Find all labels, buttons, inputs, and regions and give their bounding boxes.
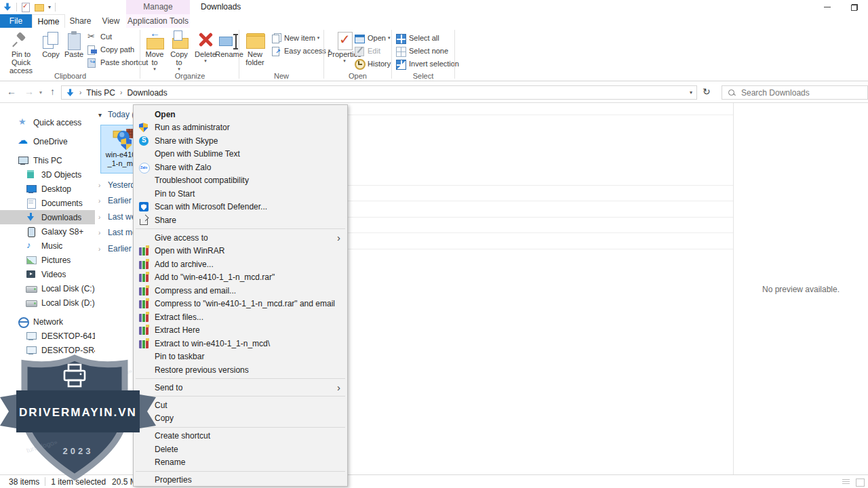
new-folder-button[interactable]: New folder bbox=[241, 30, 269, 66]
select-all-button[interactable]: Select all bbox=[395, 32, 439, 44]
context-menu-item[interactable]: Copy bbox=[134, 412, 347, 426]
new-item-button[interactable]: New item▾ bbox=[271, 32, 319, 44]
history-button[interactable]: History bbox=[354, 58, 391, 70]
context-menu-item[interactable]: Share bbox=[134, 214, 347, 227]
easy-access-button[interactable]: Easy access▾ bbox=[271, 45, 330, 57]
drive-icon bbox=[26, 298, 37, 308]
sidebar-item[interactable]: Videos bbox=[0, 267, 95, 281]
new-folder-qat-icon[interactable] bbox=[35, 2, 44, 12]
chevron-right-icon: › bbox=[98, 182, 108, 189]
copy-button[interactable]: Copy bbox=[39, 30, 62, 58]
context-menu-item[interactable]: Open with Sublime Text bbox=[134, 148, 347, 161]
cut-button[interactable]: Cut bbox=[87, 30, 112, 43]
delete-button[interactable]: Delete▾ bbox=[194, 30, 217, 63]
minimize-button[interactable] bbox=[814, 0, 841, 14]
winrar-icon bbox=[138, 298, 149, 309]
thumbnails-view-icon[interactable] bbox=[854, 477, 865, 487]
winrar-icon bbox=[138, 272, 149, 283]
context-menu-item[interactable]: Share with Zalo bbox=[134, 161, 347, 174]
qat-separator bbox=[16, 3, 17, 12]
context-menu-item[interactable]: Cut bbox=[134, 399, 347, 412]
tab-share[interactable]: Share bbox=[65, 14, 96, 28]
sidebar-item[interactable]: Desktop bbox=[0, 182, 95, 196]
edit-button[interactable]: Edit bbox=[354, 45, 380, 57]
paste-button[interactable]: Paste bbox=[62, 30, 85, 58]
refresh-button[interactable]: ↻ bbox=[703, 86, 711, 97]
context-menu-item[interactable]: Compress to "win-e410-1_1-n_mcd.rar" and… bbox=[134, 298, 347, 311]
context-menu-item[interactable]: Restore previous versions bbox=[134, 363, 347, 377]
pin-to-quick-access-button[interactable]: Pin to Quick access bbox=[4, 30, 38, 75]
sidebar-item[interactable]: Pictures bbox=[0, 253, 95, 267]
breadcrumb-downloads[interactable]: Downloads bbox=[127, 88, 167, 98]
context-menu-item[interactable]: Create shortcut bbox=[134, 430, 347, 443]
select-none-button[interactable]: Select none bbox=[395, 45, 448, 57]
tab-file[interactable]: File bbox=[0, 14, 32, 28]
sidebar-item[interactable]: Documents bbox=[0, 196, 95, 210]
sidebar-item[interactable]: Music bbox=[0, 239, 95, 253]
restore-button[interactable] bbox=[841, 0, 868, 14]
move-to-button[interactable]: Move to▾ bbox=[144, 30, 165, 71]
context-menu-item[interactable]: Pin to taskbar bbox=[134, 350, 347, 364]
context-menu-item[interactable]: Pin to Start bbox=[134, 187, 347, 201]
context-menu-item[interactable]: Extract files... bbox=[134, 310, 347, 324]
context-menu-item[interactable]: Extract to win-e410-1_1-n_mcd\ bbox=[134, 337, 347, 350]
scissors-icon bbox=[87, 31, 98, 42]
context-menu-item[interactable]: Scan with Microsoft Defender... bbox=[134, 201, 347, 214]
up-button[interactable]: ↑ bbox=[50, 86, 55, 97]
context-menu-item[interactable]: Delete bbox=[134, 443, 347, 456]
context-menu-item[interactable]: Rename bbox=[134, 456, 347, 470]
sidebar-item[interactable]: Network bbox=[0, 314, 95, 329]
recent-locations-caret-icon[interactable]: ▾ bbox=[39, 89, 42, 96]
context-menu-item[interactable]: Open with WinRAR bbox=[134, 245, 347, 258]
download-icon bbox=[26, 212, 37, 223]
sidebar-item[interactable]: This PC bbox=[0, 153, 95, 167]
sidebar-item[interactable]: DESKTOP-SR4NA2G bbox=[0, 343, 95, 357]
context-menu-item[interactable]: Extract Here bbox=[134, 324, 347, 338]
sidebar-item[interactable]: Local Disk (C:) bbox=[0, 281, 95, 296]
sidebar-item[interactable]: Galaxy S8+ bbox=[0, 224, 95, 239]
context-menu-item[interactable]: Share with Skype bbox=[134, 134, 347, 148]
context-menu-item[interactable]: Properties bbox=[134, 474, 347, 487]
context-menu-item[interactable]: Give access to bbox=[134, 231, 347, 245]
context-menu-item[interactable]: Compress and email... bbox=[134, 284, 347, 298]
breadcrumb-this-pc[interactable]: This PC bbox=[86, 88, 115, 98]
open-button[interactable]: Open▾ bbox=[354, 32, 390, 44]
winrar-icon bbox=[138, 312, 149, 323]
qat-customize-caret-icon[interactable]: ▾ bbox=[48, 4, 51, 10]
copy-path-button[interactable]: Copy path bbox=[87, 43, 134, 56]
context-menu-item[interactable]: Add to archive... bbox=[134, 258, 347, 271]
search-input[interactable] bbox=[741, 88, 856, 98]
properties-qat-icon[interactable] bbox=[21, 2, 31, 12]
sidebar-item[interactable]: Local Disk (D:) bbox=[0, 296, 95, 310]
easy-access-icon bbox=[271, 45, 281, 56]
desktop-icon bbox=[26, 184, 37, 195]
sidebar-item[interactable]: Downloads bbox=[0, 210, 95, 224]
main-area: Quick access OneDrive This PC 3D Objects bbox=[0, 103, 868, 474]
tab-application-tools[interactable]: Application Tools bbox=[126, 14, 190, 28]
breadcrumb[interactable]: › This PC › Downloads ▾ bbox=[61, 85, 697, 100]
tab-home[interactable]: Home bbox=[32, 14, 65, 28]
context-menu-item[interactable]: Send to bbox=[134, 381, 347, 394]
preview-message: No preview available. bbox=[734, 285, 868, 294]
winrar-icon bbox=[138, 245, 149, 256]
copy-to-button[interactable]: Copy to▾ bbox=[168, 30, 190, 71]
sidebar-item[interactable]: DESKTOP-641S4NE bbox=[0, 329, 95, 343]
invert-selection-button[interactable]: Invert selection bbox=[395, 58, 459, 70]
cube-icon bbox=[26, 169, 37, 180]
context-menu-item[interactable]: Add to "win-e410-1_1-n_mcd.rar" bbox=[134, 271, 347, 285]
chevron-right-icon: › bbox=[98, 245, 108, 253]
paste-shortcut-button[interactable]: Paste shortcut bbox=[87, 56, 148, 68]
context-menu-item[interactable]: Open bbox=[134, 108, 347, 121]
group-separator bbox=[454, 30, 455, 79]
back-button[interactable]: ← bbox=[7, 86, 16, 97]
address-dropdown-caret-icon[interactable]: ▾ bbox=[690, 89, 692, 96]
context-menu-item[interactable]: Troubleshoot compatibility bbox=[134, 174, 347, 188]
tab-view[interactable]: View bbox=[96, 14, 126, 28]
sidebar-item[interactable]: Quick access bbox=[0, 115, 95, 129]
forward-button[interactable]: → bbox=[24, 86, 34, 97]
sidebar-item[interactable]: OneDrive bbox=[0, 134, 95, 148]
sidebar-item[interactable]: 3D Objects bbox=[0, 167, 95, 182]
share-icon bbox=[138, 215, 149, 226]
context-menu-item[interactable]: Run as administrator bbox=[134, 121, 347, 135]
details-view-icon[interactable] bbox=[841, 477, 852, 487]
